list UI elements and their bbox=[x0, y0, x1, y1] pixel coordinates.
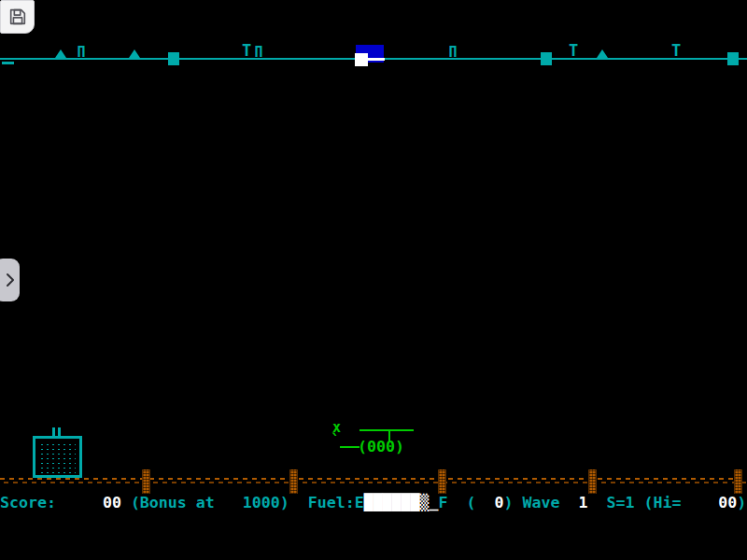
radar-tee-icon: T bbox=[569, 43, 578, 59]
radar-start-marker bbox=[2, 62, 14, 64]
radar-tee-icon: T bbox=[242, 43, 251, 59]
game-screen: ΠTΠΠTT x ` (000) Score: 00 (Bonus at 100… bbox=[0, 0, 747, 560]
radar-player-marker bbox=[355, 53, 368, 66]
buggy-front bbox=[340, 446, 359, 448]
radar-player-trail bbox=[367, 58, 385, 61]
radar-square-icon bbox=[541, 52, 552, 65]
save-state-button[interactable] bbox=[0, 0, 35, 34]
status-segment: 1 bbox=[578, 494, 587, 511]
radar-tee-icon: T bbox=[671, 43, 681, 59]
status-segment: 00 bbox=[718, 494, 737, 511]
ground-surface bbox=[0, 477, 747, 484]
radar-square-icon bbox=[168, 52, 179, 65]
radar-triangle-icon bbox=[597, 49, 608, 58]
ground-post bbox=[438, 469, 446, 494]
status-segment: ) bbox=[737, 494, 746, 511]
ground-post bbox=[588, 469, 597, 494]
status-bar: Score: 00 (Bonus at 1000) Fuel:E██████▒_… bbox=[0, 494, 747, 511]
status-segment: ██████▒_ bbox=[364, 494, 439, 511]
buggy-wheels: (000) bbox=[358, 440, 404, 455]
ground-post bbox=[142, 469, 150, 494]
status-segment: S=1 (Hi= bbox=[587, 494, 718, 511]
radar-triangle-icon bbox=[55, 49, 66, 58]
status-segment: ) Wave bbox=[504, 494, 579, 511]
radar-triangle-icon bbox=[129, 49, 140, 58]
ground-post bbox=[734, 469, 742, 494]
status-segment: 0 bbox=[495, 494, 504, 511]
buggy-body-top bbox=[359, 429, 414, 431]
status-segment: 00 bbox=[103, 494, 121, 511]
radar-pi-icon: Π bbox=[77, 46, 85, 60]
radar-pi-icon: Π bbox=[448, 46, 457, 60]
buggy-exhaust-bottom: ` bbox=[331, 433, 340, 449]
status-segment: (Bonus at 1000) Fuel:E bbox=[121, 494, 364, 511]
status-segment: Score: bbox=[0, 494, 103, 511]
radar-square-icon bbox=[727, 52, 739, 65]
depot-fill-pattern bbox=[39, 442, 76, 474]
floppy-disk-icon bbox=[7, 7, 28, 27]
status-segment: F ( bbox=[439, 494, 495, 511]
radar-pi-icon: Π bbox=[254, 46, 262, 60]
depot-tank bbox=[33, 436, 82, 478]
ground-post bbox=[289, 469, 298, 494]
chevron-right-icon bbox=[6, 273, 15, 287]
sidebar-expand-button[interactable] bbox=[0, 259, 20, 301]
